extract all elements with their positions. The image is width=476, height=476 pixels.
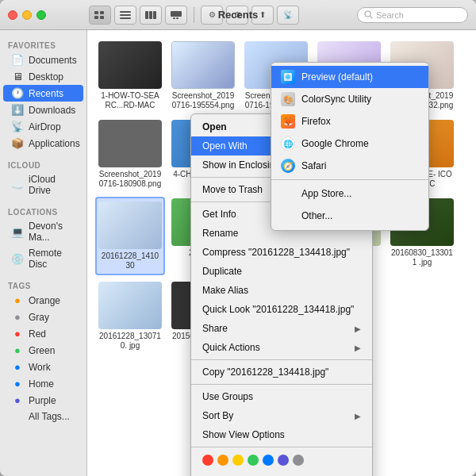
submenu-other[interactable]: Other... [271,205,428,227]
ctx-quick-actions[interactable]: Quick Actions ▶ [191,338,372,357]
sidebar-item-label: Orange [29,295,60,306]
svg-line-14 [370,17,373,19]
orange-tag-icon: ● [11,294,24,306]
submenu-colorsync[interactable]: 🎨 ColorSync Utility [271,88,428,110]
submenu-firefox[interactable]: 🦊 Firefox [271,110,428,132]
ctx-share[interactable]: Share ▶ [191,319,372,338]
submenu-item-label: Firefox [301,116,331,127]
safari-app-icon: 🧭 [281,159,295,173]
red-tag-icon: ● [11,328,24,340]
gray-dot[interactable] [293,455,304,466]
sidebar-item-applications[interactable]: 📦 Applications [3,135,83,152]
sidebar-item-work[interactable]: ● Work [3,359,83,375]
svg-point-13 [365,11,370,17]
ctx-make-alias[interactable]: Make Alias [191,281,372,300]
ctx-duplicate[interactable]: Duplicate [191,262,372,281]
green-dot[interactable] [248,455,259,466]
ctx-compress[interactable]: Compress "20161228_134418.jpg" [191,243,372,262]
ctx-quick-look[interactable]: Quick Look "20161228_134418.jpg" [191,300,372,319]
other-icon [281,209,295,223]
sidebar-item-orange[interactable]: ● Orange [3,292,83,309]
sidebar-item-airdrop[interactable]: 📡 AirDrop [3,118,83,135]
sidebar-item-desktop[interactable]: 🖥 Desktop [3,68,83,85]
ctx-tags[interactable]: Tags... [191,470,372,476]
sidebar-item-home[interactable]: ● Home [3,375,83,392]
svg-rect-6 [120,17,131,19]
sidebar-item-devons-mac[interactable]: 💻 Devon's Ma... [3,218,83,245]
maximize-button[interactable] [36,10,46,20]
favorites-section-title: Favorites [0,36,86,52]
yellow-dot[interactable] [232,455,244,466]
file-name: Screenshot_2019 0716-180908.png [98,170,162,189]
sidebar-item-label: Green [29,345,55,356]
sidebar-item-red[interactable]: ● Red [3,325,83,342]
finder-window: ⚙ ⚙ ⬆ 📡 Recents Search Favorites 📄 Docum… [0,0,476,476]
sidebar-item-label: iCloud Drive [29,174,75,196]
svg-point-17 [286,75,290,79]
sidebar-item-label: Recents [29,88,63,99]
app-store-icon [281,186,295,201]
submenu-item-label: Preview (default) [301,71,373,83]
sidebar-item-green[interactable]: ● Green [3,342,83,359]
file-item[interactable]: Screenshot_2019 0716-195554.png [168,38,238,113]
ctx-use-groups[interactable]: Use Groups [191,387,372,406]
icon-view-button[interactable] [89,6,111,25]
ctx-separator [191,359,372,360]
icloud-icon: ☁️ [11,179,24,191]
list-view-button[interactable] [114,6,136,25]
red-dot[interactable] [202,455,213,466]
submenu-safari[interactable]: 🧭 Safari [271,155,428,177]
gallery-view-button[interactable] [165,6,187,25]
open-with-submenu: Preview (default) 🎨 ColorSync Utility 🦊 … [271,62,429,231]
sidebar-item-label: All Tags... [29,411,70,422]
submenu-app-store[interactable]: App Store... [271,182,428,205]
file-item[interactable]: 1-HOW-TO-SEARC...RD-MAC [95,38,165,113]
file-name: 20161228_141030 [100,251,160,271]
submenu-arrow-icon: ▶ [355,344,361,352]
sidebar-item-purple[interactable]: ● Purple [3,392,83,409]
sidebar-item-all-tags[interactable]: All Tags... [3,409,83,424]
file-name: 20161228_130710. jpg [98,332,162,351]
sidebar-item-label: Gray [29,312,49,323]
ctx-copy[interactable]: Copy "20161228_134418.jpg" [191,363,372,382]
submenu-item-label: App Store... [301,188,351,199]
sidebar-item-icloud[interactable]: ☁️ iCloud Drive [3,171,83,198]
downloads-icon: ⬇️ [11,104,24,116]
applications-icon: 📦 [11,137,24,149]
recents-icon: 🕐 [11,87,24,99]
file-item-selected[interactable]: 20161228_141030 [95,197,165,275]
submenu-preview[interactable]: Preview (default) [271,66,428,88]
purple-dot[interactable] [278,455,289,466]
column-view-button[interactable] [140,6,162,25]
ctx-sort-by[interactable]: Sort By ▶ [191,406,372,425]
window-title: Recents [218,9,259,21]
sidebar-item-documents[interactable]: 📄 Documents [3,52,83,68]
file-thumbnail [98,202,162,249]
search-box[interactable]: Search [357,7,468,23]
sidebar-item-label: Purple [29,395,56,406]
close-button[interactable] [8,10,17,20]
sidebar-item-recents[interactable]: 🕐 Recents [3,85,83,102]
sidebar-item-label: Remote Disc [29,248,75,270]
sidebar-item-label: AirDrop [29,121,61,132]
airdrop-button[interactable]: 📡 [277,6,299,25]
ctx-show-view-options[interactable]: Show View Options [191,425,372,444]
tags-section-title: Tags [0,277,86,292]
content-area: Favorites 📄 Documents 🖥 Desktop 🕐 Recent… [0,30,476,476]
sidebar-item-remote-disc[interactable]: 💿 Remote Disc [3,245,83,272]
submenu-arrow-icon: ▶ [355,412,361,420]
sidebar-item-gray[interactable]: ● Gray [3,309,83,325]
orange-dot[interactable] [217,455,228,466]
chrome-app-icon: 🌐 [281,136,295,151]
gray-tag-icon: ● [11,311,24,323]
color-tag-row [191,450,372,470]
search-placeholder: Search [376,10,404,20]
submenu-chrome[interactable]: 🌐 Google Chrome [271,132,428,155]
sidebar-item-downloads[interactable]: ⬇️ Downloads [3,102,83,118]
file-item[interactable]: Screenshot_2019 0716-180908.png [95,117,165,192]
minimize-button[interactable] [22,10,32,20]
svg-rect-5 [120,14,131,16]
sidebar-item-label: Home [29,378,54,390]
file-item[interactable]: 20161228_130710. jpg [95,278,165,354]
blue-dot[interactable] [263,455,274,466]
